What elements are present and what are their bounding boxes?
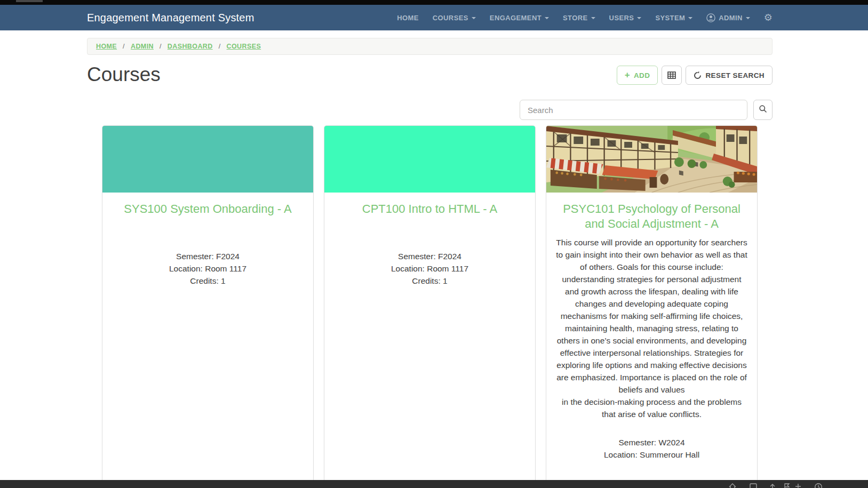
course-color-banner [102, 126, 313, 193]
breadcrumb-dashboard[interactable]: DASHBOARD [168, 43, 213, 50]
course-details: Semester: F2024 Location: Room 1117 Cred… [332, 250, 528, 287]
table-view-icon [667, 71, 676, 79]
chevron-down-icon [637, 17, 641, 19]
course-title-link[interactable]: CPT100 Intro to HTML - A [332, 202, 528, 217]
breadcrumb: HOME / ADMIN / DASHBOARD / COURSES [87, 38, 773, 55]
nav-item-users-label: USERS [609, 14, 634, 22]
course-title-link[interactable]: SYS100 System Onboarding - A [110, 202, 306, 217]
course-card-psyc101: PSYC101 Psychology of Personal and Socia… [546, 125, 758, 488]
nav-item-store[interactable]: STORE [563, 14, 595, 22]
flag-icon[interactable] [784, 483, 790, 488]
home-icon[interactable] [728, 483, 737, 488]
course-description [110, 221, 305, 234]
app-brand[interactable]: Engagement Management System [87, 12, 254, 24]
clock-icon[interactable] [814, 483, 823, 488]
arrow-up-icon[interactable] [769, 483, 776, 488]
course-semester: Semester: W2024 [554, 436, 750, 449]
chevron-down-icon [472, 17, 476, 19]
chevron-down-icon [688, 17, 692, 19]
course-color-banner [324, 126, 535, 193]
course-semester: Semester: F2024 [332, 250, 528, 262]
course-description [332, 221, 527, 234]
course-image-medieval-village [546, 126, 757, 193]
person-circle-icon [706, 13, 715, 22]
course-credits: Credits: 1 [332, 275, 528, 287]
nav-item-store-label: STORE [563, 14, 588, 22]
course-card-sys100: SYS100 System Onboarding - A Semester: F… [102, 125, 314, 488]
toolbar: + ADD RESET SEARCH [617, 66, 773, 85]
page-title: Courses [87, 63, 161, 86]
reset-search-label: RESET SEARCH [705, 71, 765, 79]
nav-item-system-label: SYSTEM [655, 14, 685, 22]
course-title-link[interactable]: PSYC101 Psychology of Personal and Socia… [554, 202, 750, 231]
breadcrumb-courses[interactable]: COURSES [227, 43, 261, 50]
course-card-cpt100: CPT100 Intro to HTML - A Semester: F2024… [324, 125, 536, 488]
course-location: Location: Summerour Hall [554, 449, 750, 461]
reset-search-button[interactable]: RESET SEARCH [686, 66, 773, 85]
nav-item-engagement[interactable]: ENGAGEMENT [490, 14, 549, 22]
breadcrumb-home[interactable]: HOME [96, 43, 117, 50]
search-input[interactable] [520, 100, 747, 120]
breadcrumb-admin[interactable]: ADMIN [131, 43, 154, 50]
taskbar [0, 480, 868, 488]
nav-item-admin-label: ADMIN [719, 14, 743, 22]
chevron-down-icon [746, 17, 750, 19]
course-semester: Semester: F2024 [110, 250, 306, 262]
table-view-button[interactable] [662, 66, 682, 85]
browser-top-strip [0, 0, 868, 5]
add-button-label: ADD [634, 71, 650, 79]
nav-item-home-label: HOME [397, 14, 419, 22]
nav-item-users[interactable]: USERS [609, 14, 642, 22]
course-description: This course will provide an opportunity … [554, 236, 749, 420]
browser-tab-remnant [16, 0, 43, 2]
add-button[interactable]: + ADD [617, 66, 658, 85]
nav-item-engagement-label: ENGAGEMENT [490, 14, 541, 22]
nav-links: HOME COURSES ENGAGEMENT STORE USERS SYST… [397, 13, 773, 22]
breadcrumb-separator: / [160, 43, 162, 50]
search-button[interactable] [753, 100, 773, 120]
course-details: Semester: F2024 Location: Room 1117 Cred… [110, 250, 306, 287]
refresh-icon [694, 71, 702, 79]
chat-icon[interactable] [749, 483, 758, 488]
chevron-down-icon [545, 17, 549, 19]
nav-item-home[interactable]: HOME [397, 14, 419, 22]
nav-item-admin[interactable]: ADMIN [706, 13, 750, 22]
breadcrumb-separator: / [123, 43, 125, 50]
nav-item-courses-label: COURSES [433, 14, 468, 22]
breadcrumb-separator: / [219, 43, 221, 50]
chevron-down-icon [591, 17, 595, 19]
search-icon [759, 105, 767, 115]
course-details: Semester: W2024 Location: Summerour Hall [554, 436, 750, 461]
main-navbar: Engagement Management System HOME COURSE… [0, 5, 868, 30]
course-location: Location: Room 1117 [332, 262, 528, 275]
plus-icon[interactable] [794, 483, 802, 488]
nav-item-courses[interactable]: COURSES [433, 14, 476, 22]
course-card-grid: SYS100 System Onboarding - A Semester: F… [102, 125, 760, 488]
course-location: Location: Room 1117 [110, 262, 306, 275]
course-credits: Credits: 1 [110, 275, 306, 287]
plus-icon: + [625, 70, 630, 79]
gear-icon[interactable]: ⚙ [764, 13, 773, 22]
nav-item-system[interactable]: SYSTEM [655, 14, 692, 22]
